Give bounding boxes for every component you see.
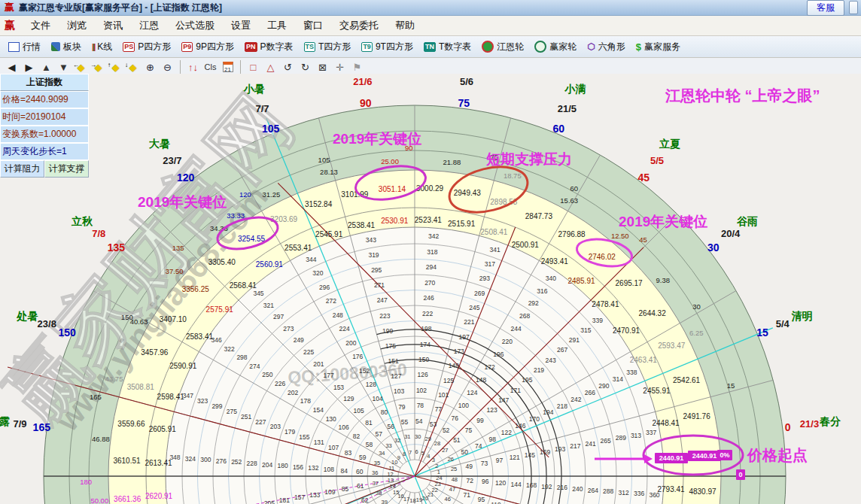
spiral-number: 79: [398, 403, 406, 411]
toolbar-T9-button[interactable]: T99T四方形: [356, 38, 418, 56]
price-level-outer: 2796.88: [558, 230, 586, 238]
spiral-number: 80: [381, 408, 388, 416]
main-toolbar: 行情板块|||K线PSP四方形P99P四方形PNP数字表TST四方形T99T四方…: [0, 36, 861, 58]
spiral-number: 201: [313, 360, 324, 368]
spiral-number: 168: [526, 481, 537, 489]
nav-down-icon[interactable]: ▼: [56, 59, 71, 74]
toolbar-hexagon-button[interactable]: ⬡六角形: [582, 38, 630, 56]
price-scale-icon[interactable]: ↑↓: [185, 59, 201, 74]
spiral-number: 52: [443, 427, 450, 434]
toolbar-wheel2-button[interactable]: 赢家轮: [529, 38, 582, 56]
price-level-inner: 2508.41: [480, 228, 508, 236]
calc-support-button[interactable]: 计算支撑: [44, 160, 89, 178]
gann-wheel-chart[interactable]: 赢家财富网www.yingjia668.comQQ:10080036012345…: [0, 74, 861, 504]
triangle-tool-icon[interactable]: △: [263, 59, 278, 74]
toolbar-TS-button[interactable]: TST四方形: [299, 38, 357, 56]
menu-item-8[interactable]: 交易委托: [331, 17, 387, 35]
toolbar-label: T数字表: [439, 41, 471, 53]
nav-back-icon[interactable]: ◀: [4, 59, 20, 74]
spiral-number: 172: [485, 363, 495, 371]
spiral-number: 129: [343, 395, 354, 402]
badge-icon: PS: [123, 42, 135, 52]
delete-box-icon[interactable]: ⊠: [315, 59, 330, 74]
gann-wheel-area[interactable]: 赢家财富网www.yingjia668.comQQ:10080036012345…: [0, 74, 861, 504]
spiral-number: 23: [434, 481, 440, 487]
spiral-number: 194: [543, 408, 553, 416]
parameter-panel: 上证指数 价格=2440.9099时间=20190104变换系数=1.00000…: [0, 74, 89, 178]
hexagon-icon: ⬡: [587, 41, 595, 52]
fit-screen-icon[interactable]: ✛: [332, 59, 348, 74]
date-label: 23/7: [163, 155, 181, 166]
solar-term-label: 处暑: [16, 310, 38, 322]
pan-down-icon[interactable]: ◆↓: [125, 59, 141, 74]
annotation-support-pressure: 短期支撑压力: [485, 151, 572, 167]
spiral-number: 222: [422, 310, 433, 317]
calc-resistance-button[interactable]: 计算阻力: [0, 160, 44, 178]
spiral-number: 249: [294, 336, 304, 344]
solar-term-label: 立秋: [71, 215, 93, 227]
pan-right-icon[interactable]: ◆→: [90, 59, 106, 74]
price-level-outer: 2847.73: [525, 212, 553, 220]
percent-level: 31.25: [262, 190, 280, 199]
degree-label: 60: [570, 184, 579, 193]
toolbar-blocks-button[interactable]: 板块: [46, 38, 87, 56]
toolbar-label: T四方形: [318, 41, 351, 53]
nav-forward-icon[interactable]: ▶: [21, 59, 37, 74]
cls-button[interactable]: Cls: [202, 59, 218, 74]
menu-item-1[interactable]: 浏览: [59, 17, 95, 35]
price-level-outer: 3508.81: [127, 383, 155, 391]
spiral-number: 297: [273, 313, 284, 320]
date-label: 5/6: [460, 76, 473, 87]
rotate-ccw-icon[interactable]: ↺: [280, 59, 296, 74]
menu-item-9[interactable]: 帮助: [387, 17, 423, 35]
degree-label: 165: [90, 393, 102, 401]
menu-item-0[interactable]: 文件: [23, 17, 59, 35]
toolbar-wheel-button[interactable]: 江恩轮: [476, 38, 529, 56]
toolbar-TN-button[interactable]: TNT数字表: [418, 38, 476, 56]
spiral-number: 156: [293, 463, 303, 471]
rotate-cw-icon[interactable]: ↻: [297, 59, 313, 74]
price-level-inner: 2583.41: [186, 332, 214, 341]
spiral-number: 223: [379, 312, 390, 320]
price-level-outer: 3661.36: [114, 495, 141, 503]
toolbar-P9-button[interactable]: P99P四方形: [176, 38, 239, 56]
toolbar-PS-button[interactable]: PSP四方形: [117, 38, 176, 56]
percent-level: 21.88: [443, 158, 461, 166]
spiral-number: 50: [461, 448, 469, 456]
menu-item-3[interactable]: 江恩: [131, 17, 167, 35]
menu-item-5[interactable]: 设置: [223, 17, 259, 35]
toolbar-dollar-button[interactable]: $赢家服务: [631, 38, 686, 56]
pan-left-icon[interactable]: ◆←: [73, 59, 89, 74]
toolbar-quote-grid-button[interactable]: 行情: [3, 38, 46, 56]
snapshot-icon[interactable]: ⚑: [349, 59, 365, 74]
spiral-number: 226: [275, 380, 285, 387]
spiral-number: 152: [359, 367, 370, 375]
zoom-in-icon[interactable]: ⊕: [142, 59, 158, 74]
pan-up-icon[interactable]: ◆↑: [108, 59, 123, 74]
rect-tool-icon[interactable]: □: [245, 59, 261, 74]
menu-item-7[interactable]: 窗口: [295, 17, 331, 35]
toolbar-kline-button[interactable]: |||K线: [87, 38, 117, 56]
zoom-out-icon[interactable]: ⊖: [160, 59, 175, 74]
date-label: 7/9: [13, 418, 26, 430]
spiral-number: 47: [449, 486, 455, 493]
outer-angle-number: 135: [108, 241, 126, 254]
date-label: 20/4: [721, 228, 741, 239]
spiral-number: 30: [415, 433, 421, 440]
customer-service-button[interactable]: 客服: [807, 0, 844, 16]
spiral-number: 130: [326, 415, 336, 423]
spiral-number: 265: [601, 437, 611, 445]
menu-item-6[interactable]: 工具: [259, 17, 295, 35]
toolbar-PN-button[interactable]: PNP数字表: [239, 38, 299, 56]
spiral-number: 81: [365, 419, 373, 427]
menu-item-4[interactable]: 公式选股: [167, 17, 223, 35]
menu-item-2[interactable]: 资讯: [95, 17, 131, 35]
titlebar-extra-button[interactable]: [849, 1, 858, 14]
nav-up-icon[interactable]: ▲: [38, 59, 54, 74]
calendar-icon[interactable]: 21: [220, 59, 236, 74]
spiral-number: 300: [200, 456, 211, 463]
outer-angle-number: 60: [553, 123, 565, 135]
spiral-number: 227: [255, 418, 266, 426]
spiral-number: 336: [634, 490, 644, 497]
spiral-number: 324: [185, 455, 196, 463]
